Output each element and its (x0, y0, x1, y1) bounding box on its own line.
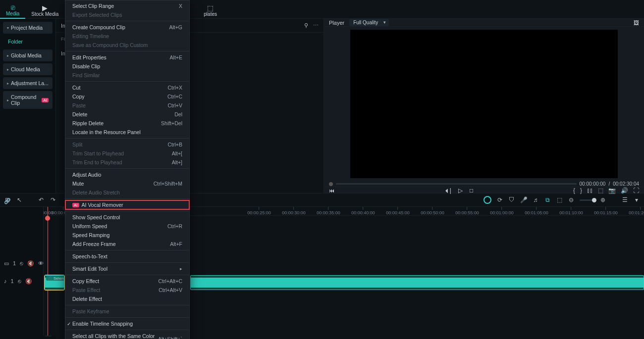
ruler-tick: 00:00:45:00 (386, 207, 410, 215)
folder-item[interactable]: Folder (3, 36, 53, 48)
menu-item-adjust-audio[interactable]: Adjust Audio (65, 170, 189, 179)
prev-icon[interactable]: ⏮ (329, 188, 334, 194)
menu-item-edit-properties[interactable]: Edit PropertiesAlt+E (65, 53, 189, 62)
audio-clip-selected[interactable]: 🎵Selena... (45, 275, 64, 290)
volume-icon[interactable]: 🔊 (621, 187, 628, 194)
menu-label: Select Clip Range (72, 3, 114, 9)
menu-item-add-freeze-frame[interactable]: Add Freeze FrameAlt+F (65, 240, 189, 248)
menu-item-create-compound-clip[interactable]: Create Compound ClipAlt+G (65, 23, 189, 32)
audio-track-header[interactable]: ♪ 1 ⎋ 🔇 (0, 272, 43, 290)
quality-dropdown[interactable]: Full Quality (349, 19, 389, 26)
menu-item-enable-timeline-snapping[interactable]: Enable Timeline Snapping (65, 319, 189, 328)
filter-icon[interactable]: ⚲ (304, 22, 308, 29)
magnet-icon[interactable]: ⧉ (544, 196, 551, 203)
menu-item-disable-clip[interactable]: Disable Clip (65, 62, 189, 71)
menu-item-select-all-clips-with-the-same-color-mark[interactable]: Select all Clips with the Same Color Mar… (65, 332, 189, 339)
menu-item-speed-ramping[interactable]: Speed Ramping (65, 231, 189, 240)
menu-item-uniform-speed[interactable]: Uniform SpeedCtrl+R (65, 222, 189, 231)
tab-templates-partial[interactable]: ⬚ plates (198, 0, 223, 19)
zoom-out-icon[interactable]: ⊖ (568, 196, 575, 203)
undo-icon[interactable]: ↶ (38, 196, 45, 203)
menu-separator (65, 198, 189, 199)
player-scrubber[interactable]: 00:00:00:00 / 00:02:30:04 (324, 181, 644, 187)
shortcut: Ctrl+Shift+M (154, 181, 182, 187)
tab-label: Stock Media (31, 11, 58, 17)
mute-icon[interactable]: 🔇 (27, 260, 34, 267)
sidebar-adjustment-layer[interactable]: ▸ Adjustment La... (3, 77, 53, 89)
menu-label: Add Freeze Frame (72, 241, 116, 247)
menu-item-copy-effect[interactable]: Copy EffectCtrl+Alt+C (65, 277, 189, 286)
menu-item-smart-edit-tool[interactable]: Smart Edit Tool▸ (65, 264, 189, 273)
pointer-icon[interactable]: ↖ (16, 196, 23, 203)
sidebar-compound-clip[interactable]: ▸ Compound Clip AI (3, 91, 53, 109)
menu-label: AI Vocal Remover (82, 202, 123, 208)
redo-icon[interactable]: ↷ (50, 196, 56, 203)
menu-label: Paste Keyframe (72, 308, 109, 314)
music-icon[interactable]: ♬ (532, 196, 539, 203)
ruler-tick: 00:01:05:00 (525, 207, 548, 215)
menu-item-ripple-delete[interactable]: Ripple DeleteShift+Del (65, 119, 189, 128)
snapshot-icon[interactable]: 🖼 (634, 20, 639, 26)
track-index: 1 (13, 260, 16, 266)
zoom-in-icon[interactable]: ⊕ (599, 196, 606, 203)
sidebar-cloud-media[interactable]: ▸ Cloud Media (3, 63, 53, 75)
project-media-dropdown[interactable]: ▾ Project Media (3, 22, 53, 34)
play-icon[interactable]: ▷ (458, 187, 463, 194)
label: Adjustment La... (11, 80, 49, 86)
scrub-track[interactable] (336, 183, 577, 185)
menu-item-delete-effect[interactable]: Delete Effect (65, 294, 189, 303)
mic-icon[interactable]: 🎤 (520, 196, 527, 203)
scrub-handle[interactable] (329, 182, 333, 186)
tab-stock-media[interactable]: ▶ Stock Media (25, 0, 64, 19)
visible-icon[interactable]: 👁 (38, 260, 44, 266)
menu-item-select-clip-range[interactable]: Select Clip RangeX (65, 1, 189, 10)
step-back-icon[interactable]: ⏴| (444, 187, 451, 194)
player-viewport[interactable] (324, 27, 644, 181)
label: Compound Clip (11, 94, 39, 106)
menu-separator (65, 305, 189, 305)
menu-item-copy[interactable]: CopyCtrl+C (65, 92, 189, 101)
speed-icon[interactable]: ⟳ (496, 196, 503, 203)
lock-icon[interactable]: ⎋ (18, 278, 21, 284)
audio-clip[interactable] (190, 275, 644, 290)
menu-item-show-speed-control[interactable]: Show Speed Control (65, 213, 189, 222)
list-view-icon[interactable]: ☰ (621, 196, 628, 203)
tab-label: plates (204, 11, 217, 17)
camera-icon[interactable]: 📷 (608, 187, 616, 194)
menu-item-delete[interactable]: DeleteDel (65, 110, 189, 119)
menu-item-ai-vocal-remover[interactable]: AIAI Vocal Remover (65, 200, 189, 209)
menu-label: Adjust Audio (72, 172, 101, 178)
record-indicator-icon[interactable] (483, 196, 491, 204)
time-sep: / (608, 181, 610, 187)
ruler-tick: 00:01:15:00 (594, 207, 618, 215)
menu-item-mute[interactable]: MuteCtrl+Shift+M (65, 179, 189, 188)
sidebar-global-media[interactable]: ▸ Global Media (3, 49, 53, 61)
compare-icon[interactable]: ⫿⫿ (587, 187, 593, 194)
menu-item-locate-in-the-resource-panel[interactable]: Locate in the Resource Panel (65, 128, 189, 137)
menu-label: Paste Effect (72, 287, 100, 293)
menu-label: Create Compound Clip (72, 24, 125, 30)
mute-icon[interactable]: 🔇 (25, 278, 32, 285)
float-icon[interactable]: ⬚ (598, 187, 603, 194)
playhead[interactable] (48, 207, 48, 336)
shortcut: Ctrl+V (168, 102, 182, 108)
tab-media[interactable]: ⎚ Media (0, 0, 25, 19)
link-icon[interactable]: 🔗 (4, 198, 11, 204)
video-track-header[interactable]: ▭ 1 ⎋ 🔇 👁 (0, 254, 43, 272)
more-icon[interactable]: ⋯ (313, 22, 319, 29)
fullscreen-icon[interactable]: ⛶ (633, 187, 639, 194)
menu-item-cut[interactable]: CutCtrl+X (65, 83, 189, 92)
shield-icon[interactable]: ⛉ (508, 196, 515, 203)
zoom-slider[interactable] (580, 199, 594, 201)
crop-icon[interactable]: ⬚ (556, 196, 563, 203)
stop-icon[interactable]: □ (470, 187, 473, 194)
menu-item-find-similar: Find Similar (65, 71, 189, 80)
dropdown-icon[interactable]: ▾ (633, 196, 640, 203)
lock-icon[interactable]: ⎋ (20, 260, 23, 266)
bracket-in-icon[interactable]: { (573, 187, 575, 194)
menu-label: Delete (72, 111, 87, 117)
label: Global Media (11, 52, 42, 58)
bracket-out-icon[interactable]: } (580, 187, 582, 194)
menu-item-speech-to-text[interactable]: Speech-to-Text (65, 252, 189, 261)
menu-separator (65, 262, 189, 263)
